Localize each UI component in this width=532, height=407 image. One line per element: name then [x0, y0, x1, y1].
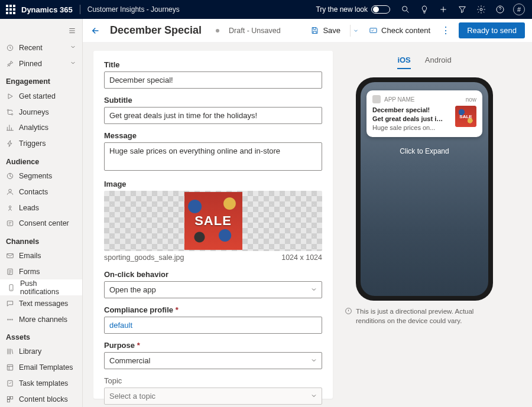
nav-label: Get started: [19, 92, 56, 100]
chat-icon: [6, 299, 14, 308]
sidebar-item-text-messages[interactable]: Text messages: [0, 295, 82, 311]
nav-label: Triggers: [19, 139, 46, 148]
sidebar-item-push-notifications[interactable]: Push notifications: [0, 279, 82, 295]
search-icon[interactable]: [396, 0, 415, 19]
ready-to-send-button[interactable]: Ready to send: [459, 22, 525, 38]
svg-point-14: [9, 319, 11, 320]
back-button[interactable]: [87, 22, 104, 39]
check-content-button[interactable]: Check content: [366, 24, 433, 37]
sidebar-item-pinned[interactable]: Pinned: [0, 56, 82, 72]
purpose-label: Purpose: [104, 341, 322, 350]
save-button[interactable]: Save: [308, 24, 343, 37]
play-icon: [6, 92, 14, 100]
notif-image: SALE: [455, 106, 476, 127]
sidebar-item-contacts[interactable]: Contacts: [0, 184, 82, 200]
sidebar-item-journeys[interactable]: Journeys: [0, 104, 82, 120]
save-split-chevron[interactable]: [350, 25, 361, 37]
nav-label: Contacts: [19, 188, 48, 196]
forms-icon: [6, 268, 14, 276]
phone-frame: APP NAMEnow December special! Get great …: [356, 77, 493, 301]
blocks-icon: [6, 395, 14, 403]
sidebar-item-triggers[interactable]: Triggers: [0, 136, 82, 152]
add-icon[interactable]: [434, 0, 453, 19]
leads-icon: [6, 204, 14, 212]
title-input[interactable]: [104, 71, 322, 89]
app-name: Customer Insights - Journeys: [87, 5, 180, 14]
onclick-label: On-click behavior: [104, 270, 322, 279]
sidebar-item-analytics[interactable]: Analytics: [0, 120, 82, 136]
check-label: Check content: [381, 26, 430, 35]
svg-point-7: [9, 189, 12, 192]
svg-rect-19: [11, 396, 13, 399]
onclick-select[interactable]: [104, 281, 322, 298]
preview-disclaimer: This is just a directional preview. Actu…: [345, 307, 504, 325]
editor-card: Title Subtitle Message Huge sale prices …: [93, 51, 333, 399]
filter-icon[interactable]: [453, 0, 472, 19]
svg-point-13: [8, 319, 9, 320]
nav-label: Emails: [19, 252, 41, 260]
settings-icon[interactable]: [472, 0, 491, 19]
try-new-look-toggle[interactable]: [371, 5, 390, 14]
template-icon: [6, 363, 14, 372]
more-commands-icon[interactable]: ⋮: [439, 25, 453, 36]
brand-name: Dynamics 365: [21, 5, 73, 14]
subtitle-label: Subtitle: [104, 96, 322, 105]
lightbulb-icon[interactable]: [415, 0, 434, 19]
sidebar-item-task-templates[interactable]: Task templates: [0, 376, 82, 392]
app-icon-placeholder: [372, 95, 381, 103]
notif-subtitle: Get great deals just in tim...: [372, 115, 446, 123]
sidebar-item-forms[interactable]: Forms: [0, 264, 82, 280]
section-channels: Channels: [0, 232, 82, 248]
sale-image: SALE: [184, 192, 242, 250]
help-icon[interactable]: [491, 0, 510, 19]
nav-label: Library: [19, 347, 41, 356]
svg-rect-10: [7, 254, 14, 258]
command-bar: December Special Draft - Unsaved Save Ch…: [83, 19, 532, 43]
nav-label: More channels: [19, 315, 67, 324]
sidebar-collapse-icon[interactable]: [0, 21, 82, 40]
message-input[interactable]: Huge sale prices on everything online an…: [104, 142, 322, 171]
chevron-down-icon: [70, 60, 76, 68]
section-assets: Assets: [0, 327, 82, 344]
sidebar-item-content-blocks[interactable]: Content blocks: [0, 391, 82, 407]
sidebar-item-get-started[interactable]: Get started: [0, 88, 82, 104]
phone-screen[interactable]: APP NAMEnow December special! Get great …: [361, 82, 488, 296]
nav-label: Analytics: [19, 123, 48, 132]
sidebar-item-emails[interactable]: Emails: [0, 248, 82, 264]
subtitle-input[interactable]: [104, 107, 322, 124]
sidebar-item-segments[interactable]: Segments: [0, 168, 82, 184]
mail-icon: [6, 252, 14, 260]
account-avatar[interactable]: #: [513, 4, 525, 15]
sidebar-item-more-channels[interactable]: More channels: [0, 311, 82, 327]
consent-icon: [6, 219, 14, 227]
notif-message: Huge sale prices on...: [372, 123, 450, 132]
pin-icon: [6, 60, 14, 68]
page-title: December Special: [110, 24, 202, 37]
image-preview[interactable]: SALE: [104, 191, 322, 251]
save-label: Save: [323, 26, 340, 35]
svg-point-15: [12, 319, 13, 320]
click-to-expand[interactable]: Click to Expand: [361, 147, 488, 155]
image-dimensions: 1024 x 1024: [281, 253, 322, 262]
nav-label: Segments: [19, 172, 52, 180]
app-launcher-icon[interactable]: [6, 5, 15, 14]
svg-rect-9: [7, 221, 12, 226]
svg-rect-18: [7, 396, 9, 399]
purpose-select[interactable]: [104, 352, 322, 369]
analytics-icon: [6, 123, 14, 132]
status-text: Draft - Unsaved: [229, 27, 281, 35]
status-dot: [216, 29, 219, 32]
sidebar-item-leads[interactable]: Leads: [0, 200, 82, 216]
nav-label: Forms: [19, 268, 40, 276]
compliance-input[interactable]: [104, 317, 322, 334]
sidebar-item-email-templates[interactable]: Email Templates: [0, 360, 82, 376]
sidebar-item-consent-center[interactable]: Consent center: [0, 216, 82, 232]
tab-ios[interactable]: iOS: [397, 56, 410, 69]
try-new-look-label: Try the new look: [316, 5, 368, 14]
sidebar-item-recent[interactable]: Recent: [0, 40, 82, 56]
more-channels-icon: [6, 315, 14, 324]
tab-android[interactable]: Android: [425, 56, 452, 69]
sidebar-item-library[interactable]: Library: [0, 344, 82, 360]
nav-label: Task templates: [19, 379, 68, 388]
svg-point-5: [11, 113, 12, 115]
